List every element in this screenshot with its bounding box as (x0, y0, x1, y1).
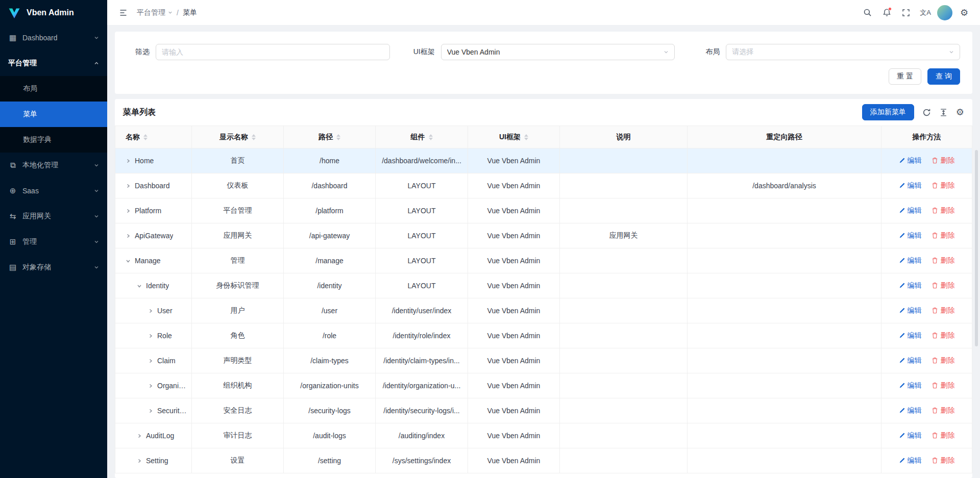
row-expand-icon[interactable] (137, 283, 142, 289)
delete-button[interactable]: 删除 (932, 256, 954, 265)
page-scrollbar[interactable] (974, 26, 978, 478)
delete-button[interactable]: 删除 (932, 156, 954, 165)
edit-button[interactable]: 编辑 (899, 181, 922, 190)
edit-button[interactable]: 编辑 (899, 356, 922, 365)
table-row[interactable]: Manage 管理 /manage LAYOUT Vue Vben Admin … (115, 248, 972, 273)
ui-framework-select[interactable]: Vue Vben Admin (441, 44, 675, 60)
column-header-6[interactable]: 说明 (560, 126, 688, 148)
column-header-5[interactable]: UI框架 (468, 126, 560, 148)
cell-ui-framework: Vue Vben Admin (468, 273, 560, 298)
sidebar-item-data-dictionary[interactable]: 数据字典 (0, 127, 107, 153)
sidebar-item-object-storage[interactable]: ▤ 对象存储 (0, 255, 107, 280)
column-header-1[interactable]: 名称 (115, 126, 192, 148)
sort-icon[interactable] (524, 134, 528, 140)
table-row[interactable]: Identity 身份标识管理 /identity LAYOUT Vue Vbe… (115, 273, 972, 298)
scrollbar-thumb[interactable] (975, 150, 978, 346)
delete-button[interactable]: 删除 (932, 456, 954, 465)
table-row[interactable]: Home 首页 /home /dashboard/welcome/in... V… (115, 148, 972, 173)
edit-button[interactable]: 编辑 (899, 306, 922, 315)
edit-button[interactable]: 编辑 (899, 431, 922, 440)
sidebar-item-manage[interactable]: ⊞ 管理 (0, 229, 107, 255)
search-button[interactable] (859, 4, 876, 21)
column-header-2[interactable]: 显示名称 (192, 126, 284, 148)
row-expand-icon[interactable] (148, 408, 153, 414)
sidebar-item-saas[interactable]: ⊕ Saas (0, 178, 107, 204)
table-row[interactable]: Role 角色 /role /identity/role/index Vue V… (115, 323, 972, 348)
breadcrumb-parent[interactable]: 平台管理 (137, 8, 173, 17)
logo[interactable]: Vben Admin (0, 0, 107, 25)
delete-button[interactable]: 删除 (932, 356, 954, 365)
sidebar-item-layout[interactable]: 布局 (0, 76, 107, 102)
column-header-4[interactable]: 组件 (376, 126, 468, 148)
table-row[interactable]: AuditLog 审计日志 /audit-logs /auditing/inde… (115, 423, 972, 448)
row-expand-icon[interactable] (126, 183, 131, 189)
delete-button[interactable]: 删除 (932, 331, 954, 340)
row-height-button[interactable] (939, 108, 948, 117)
refresh-button[interactable] (922, 108, 931, 117)
row-expand-icon[interactable] (137, 433, 142, 439)
delete-button[interactable]: 删除 (932, 181, 954, 190)
sort-icon[interactable] (336, 134, 340, 140)
cell-display-name: 角色 (192, 323, 284, 348)
column-header-8[interactable]: 操作方法 (881, 126, 972, 148)
table-row[interactable]: Organiz... 组织机构 /organization-units /ide… (115, 373, 972, 398)
filter-ui-framework-label: UI框架 (412, 47, 441, 57)
row-expand-icon[interactable] (148, 383, 153, 389)
table-settings-button[interactable]: ⚙ (956, 108, 964, 117)
sidebar-item-platform[interactable]: 平台管理 (0, 51, 107, 76)
gear-icon: ⚙ (956, 108, 964, 117)
delete-button[interactable]: 删除 (932, 431, 954, 440)
filter-keyword-label: 筛选 (127, 47, 156, 57)
keyword-input[interactable] (162, 48, 384, 56)
settings-button[interactable]: ⚙ (955, 4, 973, 21)
row-expand-icon[interactable] (126, 258, 131, 264)
sidebar-item-api-gateway[interactable]: ⇆ 应用网关 (0, 204, 107, 229)
edit-button[interactable]: 编辑 (899, 256, 922, 265)
row-expand-icon[interactable] (148, 333, 153, 339)
edit-button[interactable]: 编辑 (899, 456, 922, 465)
sidebar-item-localization[interactable]: ⧉ 本地化管理 (0, 153, 107, 178)
edit-button[interactable]: 编辑 (899, 231, 922, 240)
edit-button[interactable]: 编辑 (899, 281, 922, 290)
delete-button[interactable]: 删除 (932, 281, 954, 290)
sidebar-toggle-button[interactable] (114, 4, 132, 21)
language-button[interactable]: 文A (917, 4, 934, 21)
table-row[interactable]: Claim 声明类型 /claim-types /identity/claim-… (115, 348, 972, 373)
row-expand-icon[interactable] (126, 233, 131, 239)
row-expand-icon[interactable] (126, 158, 131, 164)
delete-button[interactable]: 删除 (932, 231, 954, 240)
sidebar-item-menu[interactable]: 菜单 (0, 102, 107, 127)
sort-icon[interactable] (143, 134, 148, 140)
delete-button[interactable]: 删除 (932, 381, 954, 390)
column-header-7[interactable]: 重定向路径 (688, 126, 881, 148)
table-row[interactable]: User 用户 /user /identity/user/index Vue V… (115, 298, 972, 323)
notification-button[interactable] (878, 4, 895, 21)
edit-button[interactable]: 编辑 (899, 156, 922, 165)
table-row[interactable]: Platform 平台管理 /platform LAYOUT Vue Vben … (115, 198, 972, 223)
delete-button[interactable]: 删除 (932, 306, 954, 315)
table-row[interactable]: Dashboard 仪表板 /dashboard LAYOUT Vue Vben… (115, 173, 972, 198)
edit-button[interactable]: 编辑 (899, 406, 922, 415)
sidebar-item-dashboard[interactable]: ▦ Dashboard (0, 25, 107, 51)
row-expand-icon[interactable] (126, 208, 131, 214)
add-menu-button[interactable]: 添加新菜单 (862, 104, 914, 120)
row-expand-icon[interactable] (137, 458, 142, 464)
edit-button[interactable]: 编辑 (899, 331, 922, 340)
query-button[interactable]: 查 询 (927, 68, 960, 85)
row-expand-icon[interactable] (148, 308, 153, 314)
delete-button[interactable]: 删除 (932, 406, 954, 415)
fullscreen-button[interactable] (897, 4, 915, 21)
row-expand-icon[interactable] (148, 358, 153, 364)
user-avatar-button[interactable] (936, 4, 953, 21)
sort-icon[interactable] (252, 134, 256, 140)
column-header-3[interactable]: 路径 (284, 126, 376, 148)
reset-button[interactable]: 重 置 (889, 68, 921, 85)
sort-icon[interactable] (429, 134, 433, 140)
layout-select[interactable]: 请选择 (726, 44, 960, 60)
edit-button[interactable]: 编辑 (899, 381, 922, 390)
edit-button[interactable]: 编辑 (899, 206, 922, 215)
delete-button[interactable]: 删除 (932, 206, 954, 215)
table-row[interactable]: ApiGateway 应用网关 /api-gateway LAYOUT Vue … (115, 223, 972, 248)
table-row[interactable]: Setting 设置 /setting /sys/settings/index … (115, 448, 972, 473)
table-row[interactable]: Security... 安全日志 /security-logs /identit… (115, 398, 972, 423)
